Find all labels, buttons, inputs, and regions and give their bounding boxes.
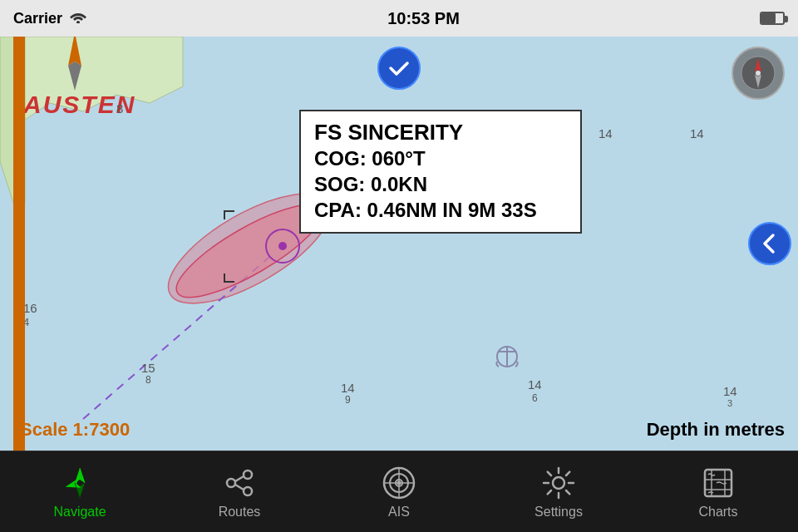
carrier-info: Carrier [13,10,87,27]
svg-line-40 [566,471,569,475]
svg-point-9 [278,242,287,250]
compass-button[interactable] [732,47,785,100]
navigate-label: Navigate [53,505,106,520]
status-bar: Carrier 10:53 PM [0,0,798,37]
depth-num-5: 14 [690,126,704,140]
svg-point-22 [227,479,235,487]
depth-num-8: 15 [141,361,155,375]
depth-num-1: 8 [116,101,123,116]
scale-value: 1:7300 [73,419,131,440]
svg-point-32 [397,480,401,485]
depth-num-14: 14 [723,384,737,398]
vessel-cog: COG: 060°T [314,145,567,171]
scale-indicator: Scale 1:7300 [20,419,130,441]
routes-icon [221,465,258,501]
depth-num-9: 8 [145,374,151,386]
depth-num-11: 9 [345,394,351,406]
wifi-icon [69,10,87,27]
vessel-info-box: FS SINCERITY COG: 060°T SOG: 0.0KN CPA: … [299,110,582,234]
carrier-label: Carrier [13,10,62,27]
map-area: N AUSTEN 8 14 5 14 14 16 4 15 8 14 9 14 … [0,37,798,451]
svg-point-16 [756,71,761,76]
svg-point-24 [244,487,252,495]
battery-area [760,12,785,25]
back-button[interactable] [748,222,791,265]
tab-navigate[interactable]: Navigate [0,451,160,532]
settings-icon [540,465,577,501]
navigate-icon [62,465,98,501]
svg-line-38 [548,471,551,475]
tab-settings[interactable]: Settings [479,451,638,532]
depth-num-13: 6 [532,392,538,404]
orange-bar [13,37,25,451]
tab-routes[interactable]: Routes [160,451,319,532]
svg-line-41 [548,490,551,494]
routes-label: Routes [219,505,261,520]
svg-line-25 [235,476,244,481]
depth-label: Depth in metres [647,419,785,441]
checkmark-button[interactable] [377,47,421,90]
svg-line-26 [235,485,244,490]
svg-point-0 [76,21,80,23]
ais-icon [381,465,417,501]
charts-icon [700,465,736,501]
svg-line-39 [566,490,569,494]
vessel-name: FS SINCERITY [314,120,567,145]
svg-point-33 [553,477,564,489]
vessel-cpa: CPA: 0.46NM IN 9M 33S [314,197,567,223]
depth-num-15: 3 [727,398,732,408]
settings-label: Settings [534,505,583,520]
tab-bar: Navigate Routes AIS [0,451,798,532]
scale-label: Scale [20,419,73,440]
time-display: 10:53 PM [387,9,460,28]
svg-point-23 [244,470,252,479]
depth-num-4: 14 [598,126,613,140]
charts-label: Charts [698,505,737,520]
tab-charts[interactable]: Charts [638,451,798,532]
tab-ais[interactable]: AIS [319,451,479,532]
vessel-sog: SOG: 0.0KN [314,171,567,197]
depth-num-12: 14 [528,377,542,392]
depth-num-10: 14 [341,381,355,395]
ais-label: AIS [388,505,410,520]
battery-icon [760,12,785,25]
depth-num-6: 16 [23,301,37,315]
